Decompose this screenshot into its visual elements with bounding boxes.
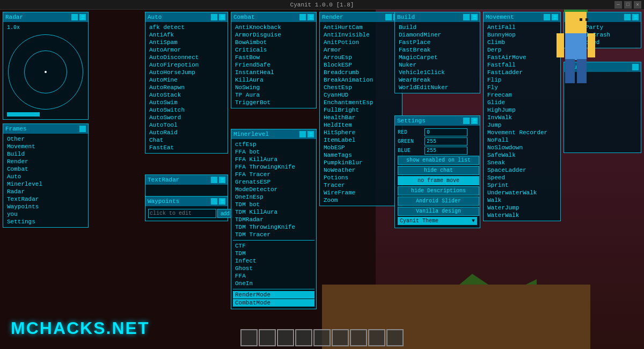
minerlevel-item[interactable]: GrenatsESP: [233, 178, 314, 186]
hotbar-slot[interactable]: [368, 329, 385, 346]
hotbar-slot[interactable]: [259, 329, 276, 346]
render-item[interactable]: NoWeather: [321, 166, 400, 174]
minerlevel-item[interactable]: FFA bot: [233, 148, 314, 156]
render-item[interactable]: FullBright: [321, 106, 400, 114]
hotbar-slot[interactable]: [386, 329, 404, 346]
combat-item[interactable]: BowAimbot: [233, 39, 314, 46]
hotbar-slot[interactable]: [295, 329, 312, 346]
minerlevel-item[interactable]: TDM KillAura: [233, 208, 314, 216]
render-toggle[interactable]: [385, 14, 392, 20]
minerlevel-mode-item[interactable]: Ghost: [233, 265, 314, 272]
minerlevel-item[interactable]: OneInEsp: [233, 193, 314, 201]
frames-item[interactable]: Minerlevel: [5, 180, 86, 188]
minerlevel-mode-item[interactable]: Infect: [233, 257, 314, 265]
render-item[interactable]: ChestEsp: [321, 84, 400, 91]
movement-item[interactable]: Speed: [485, 174, 559, 181]
minerlevel-item[interactable]: ModeDetector: [233, 186, 314, 193]
build-item[interactable]: WearBreak: [397, 76, 478, 84]
auto-item[interactable]: AutoStack: [147, 91, 226, 99]
minerlevel-item[interactable]: FFA ThrowingKnife: [233, 163, 314, 171]
minerlevel-item[interactable]: TDM ThrowingKnife: [233, 223, 314, 231]
render-item[interactable]: AntiHurtCam: [321, 24, 400, 31]
movement-item[interactable]: FastLadder: [485, 69, 559, 76]
combat-item[interactable]: ArmorDisguise: [233, 31, 314, 39]
frames-item[interactable]: Movement: [5, 143, 86, 150]
render-item[interactable]: Potions: [321, 174, 400, 181]
frames-item[interactable]: Combat: [5, 165, 86, 173]
movement-item[interactable]: InvWalk: [485, 114, 559, 121]
combat-item[interactable]: AntiKnockback: [233, 24, 314, 31]
build-item[interactable]: DiamondMiner: [397, 31, 478, 39]
movement-item[interactable]: UnderwaterWalk: [485, 189, 559, 197]
movement-item[interactable]: FastAirMove: [485, 54, 559, 61]
maximize-button[interactable]: □: [624, 1, 632, 9]
minerlevel-rendermode-item[interactable]: CombatMode: [233, 299, 314, 307]
build-item[interactable]: MagicCarpet: [397, 54, 478, 61]
settings-gear[interactable]: ☰: [471, 118, 478, 124]
auto-settings[interactable]: ☰: [219, 14, 225, 20]
textradar-settings[interactable]: ☰: [219, 177, 225, 183]
hotbar-slot[interactable]: [313, 329, 331, 346]
frames-controls[interactable]: [79, 126, 86, 132]
movement-item[interactable]: NoSlowdown: [485, 144, 559, 151]
waypoints-settings[interactable]: ☰: [219, 198, 225, 205]
green-input[interactable]: [425, 137, 467, 146]
other-settings[interactable]: ☰: [632, 14, 639, 20]
render-item[interactable]: BlockESP: [321, 61, 400, 69]
combat-item[interactable]: InstantHeal: [233, 69, 314, 76]
minerlevel-item[interactable]: TDMRadar: [233, 216, 314, 223]
frames-item[interactable]: Auto: [5, 173, 86, 180]
render-item[interactable]: AnitPotion: [321, 39, 400, 46]
other-controls[interactable]: ☰: [624, 14, 639, 20]
render-item[interactable]: PumpkinBlur: [321, 159, 400, 166]
render-item[interactable]: ItemLabel: [321, 136, 400, 144]
movement-item[interactable]: SafeWalk: [485, 151, 559, 159]
minerlevel-settings[interactable]: ☰: [308, 131, 314, 137]
waypoints-input[interactable]: [148, 209, 216, 218]
movement-item[interactable]: HighJump: [485, 106, 559, 114]
render-item[interactable]: Armor: [321, 46, 400, 54]
frames-item[interactable]: you: [5, 210, 86, 218]
render-item[interactable]: Tracer: [321, 181, 400, 189]
hotbar-slot[interactable]: [240, 329, 258, 346]
auto-item[interactable]: AutoMine: [147, 76, 226, 84]
build-item[interactable]: Build: [397, 24, 478, 31]
minerlevel-item[interactable]: FFA KillAura: [233, 156, 314, 163]
movement-item[interactable]: Freecam: [485, 91, 559, 99]
frames-item[interactable]: Other: [5, 135, 86, 143]
build-item[interactable]: FastPlace: [397, 39, 478, 46]
settings-button[interactable]: hide Descriptions: [398, 186, 479, 195]
render-item[interactable]: CyanHUD: [321, 91, 400, 99]
frames-item[interactable]: Radar: [5, 188, 86, 195]
movement-item[interactable]: NoFall: [485, 136, 559, 144]
minerlevel-toggle[interactable]: [299, 131, 306, 137]
movement-item[interactable]: Fastfall: [485, 61, 559, 69]
movement-item[interactable]: Climb: [485, 39, 559, 46]
build-item[interactable]: Vehicle1Click: [397, 69, 478, 76]
build-toggle[interactable]: [463, 14, 470, 20]
movement-item[interactable]: Sneak: [485, 159, 559, 166]
combat-settings[interactable]: ☰: [308, 14, 314, 20]
auto-item[interactable]: afk detect: [147, 24, 226, 31]
settings-button[interactable]: Vanilla design: [398, 207, 479, 216]
auto-item[interactable]: AutoSword: [147, 114, 226, 121]
radar-toggle[interactable]: [71, 14, 78, 20]
settings-button[interactable]: no frame move: [398, 176, 479, 185]
combat-controls[interactable]: ☰: [299, 14, 314, 20]
blue-input[interactable]: [425, 147, 467, 155]
waypoints-controls[interactable]: ☰: [211, 198, 225, 205]
auto-item[interactable]: AntiSpam: [147, 39, 226, 46]
movement-item[interactable]: WaterJump: [485, 204, 559, 212]
build-controls[interactable]: ☰: [463, 14, 478, 20]
auto-item[interactable]: Chat: [147, 136, 226, 144]
minimize-button[interactable]: ─: [614, 1, 622, 9]
textradar-controls[interactable]: ☰: [211, 177, 225, 183]
render-item[interactable]: ArrouEsp: [321, 54, 400, 61]
movement-item[interactable]: BunnyHop: [485, 31, 559, 39]
build-item[interactable]: FastBreak: [397, 46, 478, 54]
movement-item[interactable]: Sprint: [485, 181, 559, 189]
combat-item[interactable]: FastBow: [233, 54, 314, 61]
minerlevel-controls[interactable]: ☰: [299, 131, 314, 137]
minerlevel-mode-item[interactable]: TDM: [233, 250, 314, 257]
movement-item[interactable]: Derp: [485, 46, 559, 54]
